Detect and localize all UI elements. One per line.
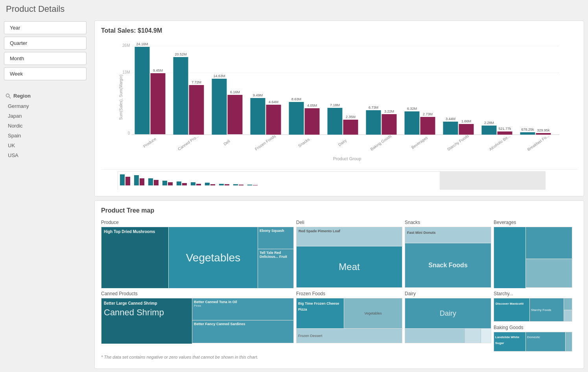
svg-text:Dairy: Dairy [337, 138, 347, 147]
svg-text:6.16M: 6.16M [230, 90, 240, 94]
main-content: Total Sales: $104.9M Sum(Sales), Sum(Mar… [90, 17, 588, 372]
svg-text:678.25k: 678.25k [521, 128, 534, 131]
svg-text:0: 0 [128, 131, 130, 135]
svg-text:Starchy Foods: Starchy Foods [446, 133, 470, 152]
bar-alcoholic-margin [498, 131, 512, 135]
page-title: Product Details [0, 0, 588, 17]
filter-week[interactable]: Week [4, 67, 87, 80]
baking-domestic: Domestic [526, 332, 565, 351]
svg-rect-47 [154, 180, 159, 185]
vegetables-label: Vegetables [186, 252, 241, 264]
region-header: Region [4, 91, 87, 101]
svg-rect-59 [239, 185, 243, 185]
frozen-veg: Vegetables [344, 298, 402, 328]
region-germany[interactable]: Germany [4, 101, 87, 111]
svg-rect-60 [247, 185, 252, 185]
svg-text:9.49M: 9.49M [253, 93, 263, 97]
svg-text:Frozen Foods: Frozen Foods [254, 134, 276, 151]
treemap-beverages: Beverages [494, 219, 572, 288]
svg-rect-42 [120, 174, 125, 185]
frozen-row1: Big Time Frozen Cheese Pizza Vegetables [297, 298, 402, 328]
filter-month[interactable]: Month [4, 52, 87, 65]
svg-rect-41 [118, 171, 440, 190]
meat-label: Meat [339, 261, 359, 272]
bar-deli-sales [212, 79, 227, 135]
telltale-label: Tell Tale Red Delicious... Fruit [260, 251, 292, 259]
treemap-dairy: Dairy Dairy [405, 290, 491, 352]
filter-quarter[interactable]: Quarter [4, 37, 87, 50]
tuna-label: Better Canned Tuna in Oil [194, 300, 292, 304]
svg-text:Canned Pro...: Canned Pro... [177, 134, 199, 151]
svg-rect-49 [168, 182, 173, 185]
deli-pimento: Red Spade Pimento Loaf [297, 227, 402, 246]
svg-text:2.35M: 2.35M [346, 115, 356, 119]
treemap-title: Product Tree map [101, 207, 577, 214]
region-nordic[interactable]: Nordic [4, 121, 87, 131]
produce-ebony: Ebony Squash [258, 227, 293, 249]
bar-alcoholic-sales [482, 126, 497, 135]
bar-dairy-sales [328, 108, 343, 135]
bar-chart: Sum(Sales), Sum(Margin) 26M 13M 0 24.16M… [101, 38, 577, 168]
canned-tuna: Better Canned Tuna in Oil Peas [192, 298, 293, 320]
region-japan[interactable]: Japan [4, 111, 87, 121]
svg-text:521.77k: 521.77k [498, 127, 511, 131]
region-spain[interactable]: Spain [4, 131, 87, 141]
svg-rect-56 [219, 184, 224, 185]
baking-small [566, 332, 572, 351]
treemap-deli-label: Deli [296, 219, 402, 227]
snacks-donuts: Fast Mini Donuts [405, 227, 491, 243]
svg-rect-54 [205, 183, 210, 185]
svg-text:Deli: Deli [223, 139, 230, 146]
bar-beverages-margin [420, 117, 435, 135]
bev-right [526, 227, 572, 287]
treemap-produce-label: Produce [101, 219, 294, 227]
treemap-starchy: Starchy... Discover Manicotti Starchy Fo… [494, 290, 572, 322]
svg-rect-57 [225, 184, 229, 185]
x-axis-label: Product Group [333, 156, 361, 161]
treemap-deli: Deli Red Spade Pimento Loaf Meat [296, 219, 402, 288]
bar-starchy-margin [459, 124, 474, 135]
svg-rect-50 [177, 181, 181, 185]
svg-text:6.73M: 6.73M [369, 105, 378, 109]
canned-body: Better Large Canned Shrimp Canned Shrimp… [101, 298, 294, 343]
svg-text:9.45M: 9.45M [153, 68, 163, 72]
starchy-foods: Starchy Foods [530, 298, 564, 321]
produce-right-col: Ebony Squash Tell Tale Red Delicious... … [258, 227, 293, 288]
treemap-beverages-label: Beverages [494, 219, 572, 227]
svg-text:Breakfast Fo...: Breakfast Fo... [527, 133, 550, 152]
svg-text:Alcoholic Be...: Alcoholic Be... [488, 133, 511, 151]
svg-text:Baking Goods: Baking Goods [370, 134, 393, 152]
produce-item-vegetables: Vegetables [169, 227, 258, 288]
treemap-starchy-label: Starchy... [494, 290, 572, 298]
bar-chart-panel: Total Sales: $104.9M Sum(Sales), Sum(Mar… [94, 20, 584, 196]
bev-main1 [494, 227, 525, 288]
treemap-frozen-label: Frozen Foods [296, 290, 402, 298]
starchy-body: Discover Manicotti Starchy Foods [494, 298, 572, 322]
svg-text:24.16M: 24.16M [136, 42, 148, 46]
svg-text:4.64M: 4.64M [269, 100, 278, 104]
treemap-snacks: Snacks Fast Mini Donuts Snack Foods [405, 219, 491, 288]
filter-year[interactable]: Year [4, 21, 87, 34]
bar-beverages-sales [405, 111, 420, 135]
canned-shrimp-main: Better Large Canned Shrimp Canned Shrimp [101, 298, 192, 344]
svg-rect-55 [210, 184, 215, 185]
svg-rect-43 [125, 177, 130, 185]
donuts-label: Fast Mini Donuts [407, 231, 436, 235]
treemap-frozen: Frozen Foods Big Time Frozen Cheese Pizz… [296, 290, 402, 352]
dairy-bottom [405, 329, 491, 343]
treemap-footnote: * The data set contains negative or zero… [101, 355, 577, 359]
treemap-dairy-label: Dairy [405, 290, 491, 298]
produce-telltale: Tell Tale Red Delicious... Fruit [258, 249, 293, 288]
region-uk[interactable]: UK [4, 141, 87, 150]
bar-baking-sales [366, 110, 381, 135]
treemap-baking-label: Baking Goods [494, 324, 572, 332]
baking-sugar: Landslide White Sugar [494, 332, 525, 351]
sardines-label: Better Fancy Canned Sardines [194, 322, 292, 326]
svg-rect-45 [140, 178, 144, 185]
canned-shrimp-sublabel: Canned Shrimp [104, 307, 190, 318]
svg-rect-44 [134, 175, 139, 185]
svg-rect-53 [196, 184, 201, 185]
region-usa[interactable]: USA [4, 150, 87, 160]
svg-text:Beverages: Beverages [411, 135, 428, 150]
treemap-canned: Canned Products Better Large Canned Shri… [101, 290, 294, 352]
